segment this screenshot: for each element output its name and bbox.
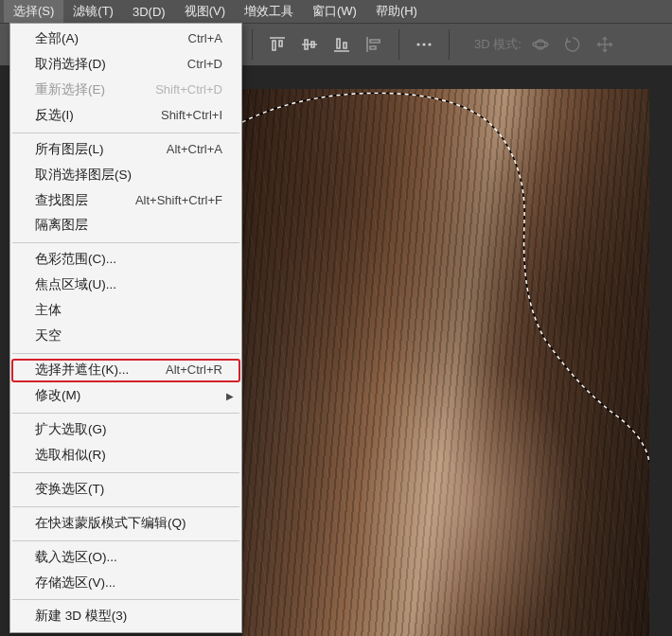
menu-select[interactable]: 选择(S): [4, 0, 63, 23]
menu-item-edit-quick-mask[interactable]: 在快速蒙版模式下编辑(Q): [10, 511, 241, 537]
menu-item-select-and-mask[interactable]: 选择并遮住(K)...Alt+Ctrl+R: [10, 358, 241, 383]
align-top-icon[interactable]: [264, 31, 291, 58]
align-bottom-icon[interactable]: [328, 31, 355, 58]
menu-item-inverse[interactable]: 反选(I)Shift+Ctrl+I: [10, 103, 241, 129]
orbit-3d-icon[interactable]: [527, 31, 554, 58]
menu-item-transform-selection[interactable]: 变换选区(T): [10, 477, 241, 503]
menu-item-reselect: 重新选择(E)Shift+Ctrl+D: [10, 78, 241, 103]
more-options-icon[interactable]: [411, 31, 437, 58]
submenu-arrow-icon: ▶: [226, 389, 234, 404]
separator: [12, 353, 239, 354]
separator: [12, 242, 239, 243]
menu-item-isolate-layers[interactable]: 隔离图层: [10, 213, 241, 238]
separator: [12, 506, 239, 507]
separator: [12, 472, 239, 473]
menu-3d[interactable]: 3D(D): [123, 2, 175, 22]
separator: [12, 413, 239, 414]
divider: [252, 29, 253, 60]
align-left-icon[interactable]: [361, 31, 387, 58]
document-image: [242, 89, 649, 636]
menu-help[interactable]: 帮助(H): [366, 0, 427, 23]
separator: [12, 599, 239, 600]
menu-item-find-layers[interactable]: 查找图层Alt+Shift+Ctrl+F: [10, 188, 241, 214]
menu-item-all-layers[interactable]: 所有图层(L)Alt+Ctrl+A: [10, 137, 241, 163]
menu-plugins[interactable]: 增效工具: [235, 0, 303, 23]
menu-item-grow[interactable]: 扩大选取(G): [10, 417, 241, 443]
menu-item-similar[interactable]: 选取相似(R): [10, 443, 241, 468]
rotate-3d-icon[interactable]: [559, 31, 586, 58]
menu-item-save-selection[interactable]: 存储选区(V)...: [10, 571, 241, 596]
menu-item-color-range[interactable]: 色彩范围(C)...: [10, 247, 241, 273]
menu-item-new-3d[interactable]: 新建 3D 模型(3): [10, 604, 241, 629]
menu-item-load-selection[interactable]: 载入选区(O)...: [10, 545, 241, 571]
menubar: 选择(S) 滤镜(T) 3D(D) 视图(V) 增效工具 窗口(W) 帮助(H): [0, 0, 672, 23]
menu-filter[interactable]: 滤镜(T): [63, 0, 123, 23]
menu-window[interactable]: 窗口(W): [303, 0, 366, 23]
mode-3d-label: 3D 模式:: [474, 36, 522, 53]
menu-item-deselect[interactable]: 取消选择(D)Ctrl+D: [10, 52, 241, 78]
divider: [449, 29, 450, 60]
svg-point-2: [428, 43, 431, 45]
align-vcenter-icon[interactable]: [296, 31, 323, 58]
separator: [12, 540, 239, 541]
pan-3d-icon[interactable]: [592, 31, 618, 58]
menu-item-all[interactable]: 全部(A)Ctrl+A: [10, 26, 241, 52]
menu-item-subject[interactable]: 主体: [10, 298, 241, 324]
menu-view[interactable]: 视图(V): [175, 0, 235, 23]
svg-point-1: [422, 43, 425, 45]
menu-item-modify[interactable]: 修改(M)▶: [10, 383, 241, 409]
menu-item-focus-area[interactable]: 焦点区域(U)...: [10, 273, 241, 298]
menu-item-deselect-layers[interactable]: 取消选择图层(S): [10, 163, 241, 188]
select-menu-dropdown: 全部(A)Ctrl+A 取消选择(D)Ctrl+D 重新选择(E)Shift+C…: [9, 23, 242, 633]
separator: [12, 132, 239, 133]
menu-item-sky[interactable]: 天空: [10, 324, 241, 349]
divider: [398, 29, 399, 60]
svg-point-0: [416, 43, 419, 45]
